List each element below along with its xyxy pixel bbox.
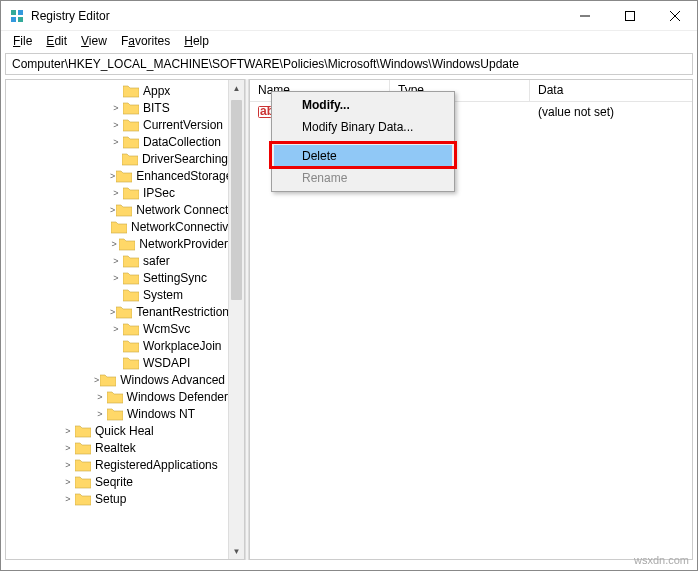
tree-label: Quick Heal <box>95 424 154 438</box>
tree-node[interactable]: >RegisteredApplications <box>6 456 228 473</box>
tree-node[interactable]: >NetworkProvider <box>6 235 228 252</box>
tree-node[interactable]: Appx <box>6 82 228 99</box>
menu-favorites-label: vorites <box>135 34 170 48</box>
value-data: (value not set) <box>530 103 692 121</box>
expand-icon[interactable]: > <box>62 493 74 505</box>
tree-node[interactable]: >BITS <box>6 99 228 116</box>
expand-icon[interactable]: > <box>110 255 122 267</box>
tree-node[interactable]: DriverSearching <box>6 150 228 167</box>
expand-icon[interactable]: > <box>62 442 74 454</box>
expand-icon[interactable]: > <box>110 136 122 148</box>
tree-node[interactable]: >safer <box>6 252 228 269</box>
registry-tree[interactable]: Appx>BITS>CurrentVersion>DataCollectionD… <box>6 80 228 559</box>
window-buttons <box>562 1 697 30</box>
tree-label: Windows NT <box>127 407 195 421</box>
maximize-icon <box>625 11 635 21</box>
tree-label: WSDAPI <box>143 356 190 370</box>
tree-label: IPSec <box>143 186 175 200</box>
expand-icon[interactable]: > <box>110 102 122 114</box>
tree-node[interactable]: >DataCollection <box>6 133 228 150</box>
tree-node[interactable]: >CurrentVersion <box>6 116 228 133</box>
close-icon <box>670 11 680 21</box>
tree-label: Windows Advanced Threat Protection <box>120 373 228 387</box>
maximize-button[interactable] <box>607 1 652 30</box>
tree-node[interactable]: >IPSec <box>6 184 228 201</box>
expand-icon[interactable]: > <box>110 187 122 199</box>
menu-edit-label: dit <box>54 34 67 48</box>
tree-label: RegisteredApplications <box>95 458 218 472</box>
tree-node[interactable]: >SettingSync <box>6 269 228 286</box>
context-modify-binary[interactable]: Modify Binary Data... <box>274 116 452 138</box>
context-menu: Modify... Modify Binary Data... Delete R… <box>271 91 455 192</box>
expand-icon[interactable]: > <box>110 272 122 284</box>
close-button[interactable] <box>652 1 697 30</box>
tree-label: WorkplaceJoin <box>143 339 221 353</box>
tree-node[interactable]: NetworkConnectivityStatusIndicator <box>6 218 228 235</box>
expand-icon[interactable]: > <box>110 170 115 182</box>
tree-label: System <box>143 288 183 302</box>
tree-node[interactable]: >Windows NT <box>6 405 228 422</box>
expand-icon[interactable]: > <box>62 425 74 437</box>
tree-node[interactable]: >EnhancedStorageDevices <box>6 167 228 184</box>
watermark: wsxdn.com <box>634 554 689 566</box>
scroll-down-icon[interactable]: ▼ <box>229 543 244 559</box>
tree-label: NetworkConnectivityStatusIndicator <box>131 220 228 234</box>
tree-node[interactable]: >Setup <box>6 490 228 507</box>
tree-label: Appx <box>143 84 170 98</box>
scroll-thumb[interactable] <box>231 100 242 300</box>
tree-node[interactable]: System <box>6 286 228 303</box>
tree-node[interactable]: WSDAPI <box>6 354 228 371</box>
svg-rect-1 <box>18 10 23 15</box>
expand-icon[interactable]: > <box>110 238 118 250</box>
expand-icon[interactable]: > <box>110 119 122 131</box>
tree-label: WcmSvc <box>143 322 190 336</box>
context-delete[interactable]: Delete <box>274 145 452 167</box>
tree-scrollbar[interactable]: ▲ ▼ <box>228 80 244 559</box>
tree-label: EnhancedStorageDevices <box>136 169 228 183</box>
tree-node[interactable]: >Windows Advanced Threat Protection <box>6 371 228 388</box>
tree-label: safer <box>143 254 170 268</box>
tree-label: CurrentVersion <box>143 118 223 132</box>
tree-pane: Appx>BITS>CurrentVersion>DataCollectionD… <box>5 79 245 560</box>
tree-label: BITS <box>143 101 170 115</box>
expand-icon[interactable]: > <box>62 459 74 471</box>
context-rename[interactable]: Rename <box>274 167 452 189</box>
string-value-icon: ab <box>258 105 272 119</box>
tree-label: Setup <box>95 492 126 506</box>
menu-view-label: iew <box>89 34 107 48</box>
menu-file-label: ile <box>20 34 32 48</box>
address-bar[interactable]: Computer\HKEY_LOCAL_MACHINE\SOFTWARE\Pol… <box>5 53 693 75</box>
context-modify[interactable]: Modify... <box>274 94 452 116</box>
expand-icon[interactable]: > <box>110 323 122 335</box>
tree-node[interactable]: >Quick Heal <box>6 422 228 439</box>
scroll-up-icon[interactable]: ▲ <box>229 80 244 96</box>
expand-icon[interactable]: > <box>110 306 115 318</box>
tree-node[interactable]: >WcmSvc <box>6 320 228 337</box>
expand-icon[interactable] <box>110 357 122 369</box>
menu-view[interactable]: View <box>75 32 113 50</box>
expand-icon[interactable] <box>110 85 122 97</box>
menu-favorites[interactable]: Favorites <box>115 32 176 50</box>
column-data[interactable]: Data <box>530 80 692 101</box>
tree-node[interactable]: >Seqrite <box>6 473 228 490</box>
menu-edit[interactable]: Edit <box>40 32 73 50</box>
expand-icon[interactable] <box>110 340 122 352</box>
expand-icon[interactable] <box>110 153 121 165</box>
expand-icon[interactable] <box>110 289 122 301</box>
tree-node[interactable]: WorkplaceJoin <box>6 337 228 354</box>
context-separator <box>276 141 450 142</box>
expand-icon[interactable]: > <box>94 408 106 420</box>
menu-help[interactable]: Help <box>178 32 215 50</box>
tree-node[interactable]: >TenantRestrictions <box>6 303 228 320</box>
expand-icon[interactable]: > <box>62 476 74 488</box>
expand-icon[interactable]: > <box>94 374 99 386</box>
tree-node[interactable]: >Network Connections <box>6 201 228 218</box>
expand-icon[interactable]: > <box>94 391 106 403</box>
tree-node[interactable]: >Realtek <box>6 439 228 456</box>
menu-file[interactable]: File <box>7 32 38 50</box>
tree-label: SettingSync <box>143 271 207 285</box>
expand-icon[interactable]: > <box>110 204 115 216</box>
tree-node[interactable]: >Windows Defender <box>6 388 228 405</box>
minimize-button[interactable] <box>562 1 607 30</box>
svg-rect-2 <box>11 17 16 22</box>
